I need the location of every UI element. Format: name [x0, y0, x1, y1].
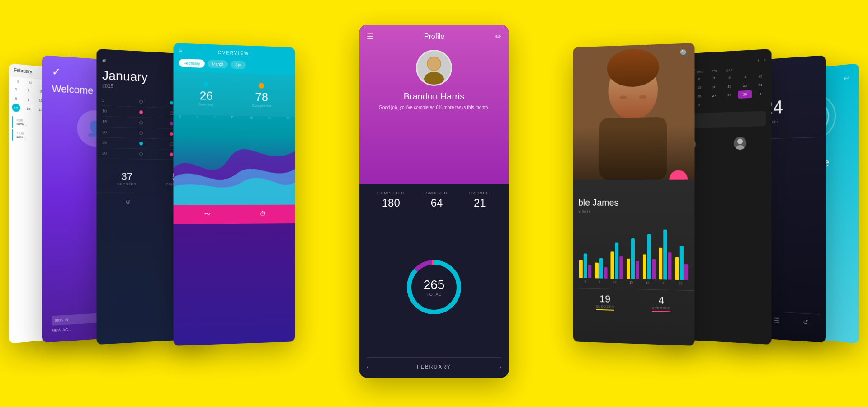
p5-donut: 265 TOTAL: [402, 256, 466, 319]
p8-refresh-icon[interactable]: ↺: [802, 318, 808, 331]
dot-4: [139, 110, 143, 114]
clock-icon[interactable]: ⏱: [259, 210, 266, 218]
p6-overdue-label: OVERDUE: [652, 306, 671, 310]
p1-month-label: February: [14, 67, 32, 74]
tab-march[interactable]: March: [208, 60, 228, 68]
tab-february[interactable]: February: [179, 59, 205, 68]
p7-arrows: ‹ ›: [758, 57, 766, 63]
tab-apr[interactable]: Apr: [231, 61, 246, 69]
p3-stat-snoozed: 37 SNOOZED: [118, 170, 137, 186]
phone-photo-stats: 🔍 ··· ble James Y 2015: [573, 43, 694, 346]
p3-snoozed-num: 37: [118, 170, 137, 183]
p9-back-icon[interactable]: ↩: [844, 74, 849, 83]
dot-8: [170, 122, 174, 125]
wave-icon[interactable]: 〜: [204, 210, 210, 218]
p4-bottom-nav: 〜 ⏱: [174, 205, 295, 224]
p4-stat-completed: 78 Completed: [252, 83, 271, 108]
p5-avatar: [416, 50, 452, 86]
p4-completed-num: 78: [252, 90, 271, 104]
p5-completed-stat: COMPLETED 180: [377, 191, 404, 209]
dot-17: [170, 153, 174, 156]
p6-overdue-num: 4: [652, 294, 671, 307]
p8-list-icon[interactable]: ☰: [774, 317, 779, 330]
p6-date: Y 2015: [573, 210, 694, 215]
p4-snoozed-num: 26: [198, 89, 214, 103]
p6-snoozed-stat: 19 SNOOZED: [596, 293, 614, 311]
svg-point-2: [428, 57, 440, 70]
p6-name: ble James: [573, 191, 694, 210]
p5-overdue-label: OVERDUE: [469, 191, 491, 195]
p2-new-account: NEW AC...: [52, 327, 71, 333]
p6-search-icon[interactable]: 🔍: [680, 49, 689, 58]
svg-point-1: [424, 72, 444, 85]
p6-chart: 6 9 12 15 18 21 27: [573, 221, 694, 290]
dot-2: [170, 101, 174, 104]
p5-nav-title: Profile: [424, 33, 444, 41]
p4-completed-label: Completed: [252, 104, 271, 108]
svg-point-16: [736, 145, 744, 150]
svg-point-15: [737, 139, 742, 144]
p5-menu-icon[interactable]: ☰: [367, 32, 373, 41]
next-arrow[interactable]: ›: [764, 57, 766, 63]
phone-profile-center: ☰ Profile ✏ Brandon Harris Good job, you…: [359, 25, 509, 378]
p4-title: OVERVIEW: [218, 50, 250, 56]
p5-month-nav: ‹ FEBRUARY ›: [367, 357, 501, 370]
p6-overdue-stat: 4 OVERDUE: [652, 294, 671, 312]
p4-snoozed-label: Snoozed: [198, 103, 214, 106]
p5-snoozed-num: 64: [426, 197, 448, 209]
p6-chart-labels: 6 9 12 15 18 21 27: [578, 279, 689, 285]
dot-1: [139, 100, 143, 104]
p5-snoozed-stat: SNOOZED 64: [426, 191, 448, 209]
prev-month-icon[interactable]: ‹: [367, 363, 369, 370]
p4-snoozed-dot: [203, 81, 209, 87]
p5-tagline: Good job, you've completed 6% more tasks…: [367, 104, 501, 111]
dot-7: [139, 121, 143, 124]
p5-user-name: Brandon Harris: [367, 91, 501, 102]
p5-overdue-stat: OVERDUE 21: [469, 191, 491, 209]
p5-month: FEBRUARY: [417, 364, 451, 369]
p6-bottom-stats: 19 SNOOZED 4 OVERDUE: [573, 288, 694, 317]
showcase: February SMTWTFS 1 2 3 4 5 6 7 8 9 10 11…: [0, 0, 868, 407]
p6-snoozed-label: SNOOZED: [596, 305, 614, 308]
p7-avatar-2: [733, 137, 746, 150]
p5-snoozed-label: SNOOZED: [426, 191, 448, 195]
p5-donut-center: 265 TOTAL: [424, 278, 445, 297]
p5-profile-top: ☰ Profile ✏ Brandon Harris Good job, you…: [359, 25, 509, 184]
p5-donut-container: 265 TOTAL: [367, 217, 501, 357]
p5-completed-label: COMPLETED: [377, 191, 404, 195]
prev-arrow[interactable]: ‹: [758, 57, 760, 63]
p5-total-num: 265: [424, 278, 445, 292]
phone-overview-teal: ≡ OVERVIEW February March Apr 26 Snoozed…: [174, 43, 295, 346]
dot-16: [139, 152, 143, 156]
p4-completed-dot: [259, 83, 264, 88]
dot-13: [139, 142, 143, 145]
p5-total-label: TOTAL: [424, 292, 445, 297]
smiley-icon: ☺: [125, 198, 131, 205]
p5-overdue-num: 21: [469, 197, 491, 209]
p4-menu-icon: ≡: [179, 48, 182, 54]
p5-completed-num: 180: [377, 197, 404, 209]
p5-nav: ☰ Profile ✏: [367, 32, 501, 41]
p5-bottom: COMPLETED 180 SNOOZED 64 OVERDUE 21: [359, 184, 509, 378]
dot-11: [170, 132, 174, 136]
dot-5: [170, 111, 174, 115]
p4-stat-snoozed: 26 Snoozed: [198, 81, 214, 106]
dot-10: [139, 131, 143, 135]
dot-14: [170, 142, 174, 146]
p5-stats-row: COMPLETED 180 SNOOZED 64 OVERDUE 21: [367, 191, 501, 209]
p3-snoozed-label: SNOOZED: [118, 183, 137, 186]
p4-wave: [174, 123, 295, 205]
hamburger-icon: ≡: [102, 57, 106, 64]
p4-stats: 26 Snoozed 78 Completed: [174, 71, 295, 117]
p6-chart-bars: [578, 224, 689, 280]
p6-snoozed-num: 19: [596, 293, 614, 305]
p5-edit-icon[interactable]: ✏: [495, 32, 501, 41]
p6-photo: 🔍 ···: [573, 43, 694, 180]
next-month-icon[interactable]: ›: [499, 363, 501, 370]
